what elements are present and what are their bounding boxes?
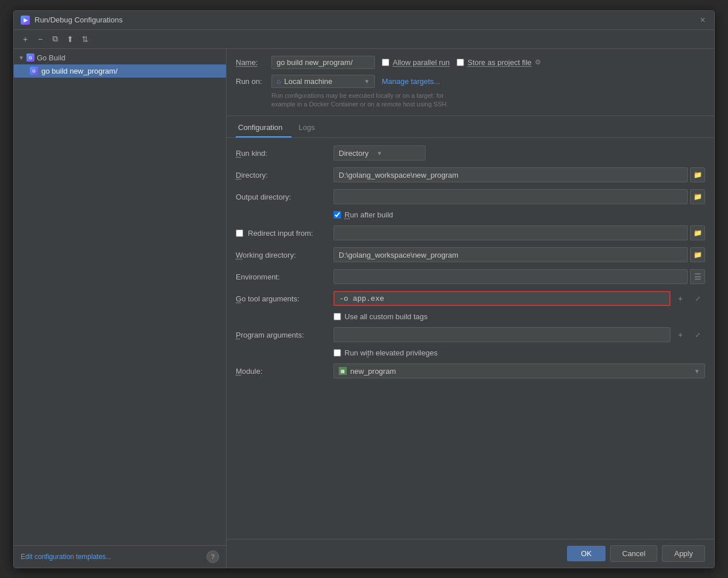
apply-button[interactable]: Apply (662, 545, 705, 562)
run-on-label: Run on: (236, 77, 265, 86)
directory-input[interactable] (334, 167, 688, 182)
go-tool-row: Go tool arguments: + ⤢ (236, 290, 705, 307)
run-kind-value: Directory (339, 149, 369, 158)
dropdown-arrow-icon: ▼ (364, 78, 370, 85)
redirect-input-row: Redirect input from: 📁 (236, 225, 705, 241)
environment-row: Environment: ☰ (236, 269, 705, 285)
elevated-checkbox[interactable] (334, 349, 341, 357)
directory-label: Directory: (236, 171, 334, 179)
program-args-expand-button[interactable]: ⤢ (690, 327, 705, 342)
run-after-build-checkbox[interactable] (334, 211, 341, 219)
run-on-row: Run on: ⌂ Local machine ▼ Manage targets… (236, 75, 705, 88)
working-dir-control: 📁 (334, 247, 705, 262)
module-value: new_program (350, 367, 396, 376)
environment-label: Environment: (236, 273, 334, 281)
run-on-dropdown[interactable]: ⌂ Local machine ▼ (271, 75, 375, 88)
directory-browse-button[interactable]: 📁 (690, 167, 705, 182)
module-label: Module: (236, 367, 334, 376)
edit-templates-link[interactable]: Edit configuration templates... (21, 553, 112, 561)
run-after-build-row: Run after build (236, 210, 705, 219)
store-project-group: Store as project file ⚙ (457, 58, 541, 67)
bottom-bar: OK Cancel Apply (227, 539, 714, 568)
directory-control: 📁 (334, 167, 705, 182)
working-dir-row: Working directory: 📁 (236, 247, 705, 263)
home-icon: ⌂ (277, 77, 281, 85)
module-icon: ▦ (339, 367, 347, 375)
redirect-input-input[interactable] (334, 225, 688, 240)
sidebar-item-label: go build new_program/ (41, 67, 117, 75)
program-args-input[interactable] (334, 327, 670, 342)
output-dir-label: Output directory: (236, 193, 334, 201)
go-tool-control: + ⤢ (334, 291, 705, 306)
allow-parallel-checkbox[interactable] (382, 59, 389, 66)
working-dir-browse-button[interactable]: 📁 (690, 247, 705, 262)
allow-parallel-label: Allow parallel run (393, 58, 450, 67)
sidebar-group-gobuild[interactable]: ▼ G Go Build (14, 51, 226, 64)
elevated-row: Run with elevated privileges (236, 349, 705, 357)
sidebar-item-gobuild[interactable]: G go build new_program/ (14, 64, 226, 78)
config-form: RRun kind:un kind: Directory ▼ Directory… (227, 138, 714, 538)
store-project-checkbox[interactable] (457, 59, 464, 66)
allow-parallel-group: Allow parallel run (382, 58, 450, 67)
run-kind-control: Directory ▼ (334, 146, 705, 160)
output-dir-browse-button[interactable]: 📁 (690, 189, 705, 204)
manage-targets-link[interactable]: Manage targets... (382, 77, 440, 86)
local-machine-text: Local machine (284, 77, 332, 86)
environment-edit-button[interactable]: ☰ (690, 269, 705, 284)
working-dir-label: Working directory: (236, 251, 334, 259)
go-tool-expand-button[interactable]: ⤢ (690, 291, 705, 306)
close-button[interactable]: × (698, 16, 707, 25)
run-kind-label: RRun kind:un kind: (236, 149, 334, 158)
custom-tags-checkbox[interactable] (334, 313, 341, 320)
environment-input[interactable] (334, 269, 688, 284)
environment-control: ☰ (334, 269, 705, 284)
ok-button[interactable]: OK (567, 546, 606, 561)
sort-config-button[interactable]: ⇅ (78, 32, 92, 46)
copy-config-button[interactable]: ⧉ (48, 32, 62, 46)
move-config-button[interactable]: ⬆ (63, 32, 77, 46)
config-header: Name: Allow parallel run Store as projec… (227, 49, 714, 117)
dialog-title: Run/Debug Configurations (35, 16, 122, 24)
program-args-control: + ⤢ (334, 327, 705, 342)
custom-tags-label[interactable]: Use all custom build tags (344, 312, 428, 321)
title-bar-left: ▶ Run/Debug Configurations (21, 16, 122, 25)
redirect-input-control: 📁 (334, 225, 705, 240)
add-config-button[interactable]: + (18, 32, 32, 46)
title-bar: ▶ Run/Debug Configurations × (14, 11, 714, 30)
run-on-hint: Run configurations may be executed local… (236, 91, 705, 109)
remove-config-button[interactable]: − (33, 32, 47, 46)
run-kind-dropdown[interactable]: Directory ▼ (334, 146, 426, 160)
custom-tags-row: Use all custom build tags (236, 312, 705, 321)
name-row: Name: Allow parallel run Store as projec… (236, 56, 705, 69)
right-panel: Name: Allow parallel run Store as projec… (227, 49, 714, 568)
sidebar-group-label: Go Build (37, 53, 66, 62)
module-arrow-icon: ▼ (694, 368, 700, 374)
output-dir-input[interactable] (334, 189, 688, 204)
tabs-bar: Configuration Logs (227, 118, 714, 138)
output-dir-control: 📁 (334, 189, 705, 204)
redirect-input-label: Redirect input from: (236, 229, 334, 238)
run-kind-arrow-icon: ▼ (377, 150, 382, 156)
help-button[interactable]: ? (206, 550, 219, 563)
redirect-input-checkbox[interactable] (236, 229, 243, 237)
redirect-browse-button[interactable]: 📁 (690, 225, 705, 240)
main-content: ▼ G Go Build G go build new_program/ Edi… (14, 49, 714, 568)
go-tool-input[interactable] (334, 291, 670, 306)
sidebar-footer: Edit configuration templates... ? (14, 545, 226, 568)
output-dir-row: Output directory: 📁 (236, 189, 705, 205)
module-dropdown[interactable]: ▦ new_program ▼ (334, 363, 705, 378)
run-after-build-label[interactable]: Run after build (344, 210, 393, 219)
run-kind-row: RRun kind:un kind: Directory ▼ (236, 145, 705, 161)
elevated-label[interactable]: Run with elevated privileges (344, 349, 438, 357)
group-arrow-icon: ▼ (18, 55, 24, 61)
name-input[interactable] (271, 56, 375, 69)
run-debug-dialog: ▶ Run/Debug Configurations × + − ⧉ ⬆ ⇅ ▼… (13, 10, 715, 568)
go-tool-add-button[interactable]: + (673, 291, 688, 306)
tab-configuration[interactable]: Configuration (236, 118, 292, 137)
working-dir-input[interactable] (334, 247, 688, 262)
program-args-add-button[interactable]: + (673, 327, 688, 342)
program-args-row: Program arguments: + ⤢ (236, 327, 705, 343)
cancel-button[interactable]: Cancel (610, 545, 657, 562)
go-build-group-icon: G (26, 53, 35, 62)
tab-logs[interactable]: Logs (296, 118, 324, 137)
